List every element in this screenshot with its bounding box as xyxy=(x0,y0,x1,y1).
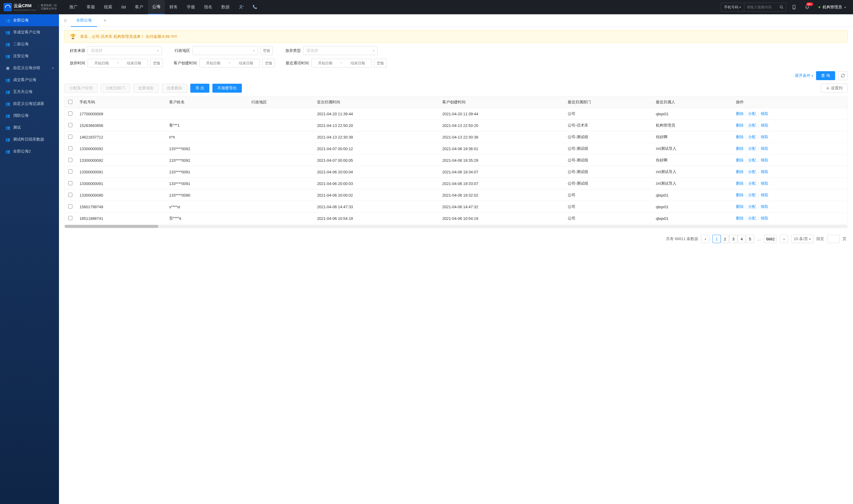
table-row[interactable]: 13300000091133****00912021-04-06 20:00:0… xyxy=(65,166,847,178)
row-assign[interactable]: 分配 xyxy=(748,216,756,221)
mobile-icon[interactable] xyxy=(789,2,799,13)
page-1[interactable]: 1 xyxy=(712,235,721,243)
top-nav-IM[interactable]: IM xyxy=(117,0,130,14)
create-start[interactable] xyxy=(200,61,227,65)
create-empty-btn[interactable]: 空值 xyxy=(262,59,275,68)
sidebar-item-测试昨日回库数据[interactable]: 👥测试昨日回库数据 xyxy=(0,133,59,145)
assign-manager-button[interactable]: 分配客户经理 xyxy=(64,84,98,93)
sidebar-item-五月天公海[interactable]: 👥五月天公海 xyxy=(0,86,59,98)
row-claim[interactable]: 领取 xyxy=(761,134,768,140)
row-claim[interactable]: 领取 xyxy=(761,169,768,175)
friend-source-select[interactable]: 请选择▾ xyxy=(88,46,162,55)
row-claim[interactable]: 领取 xyxy=(761,111,768,116)
abandon-empty-btn[interactable]: 空值 xyxy=(150,59,163,68)
sidebar-item-测试[interactable]: 👥测试 xyxy=(0,122,59,133)
top-nav-数据[interactable]: 数据 xyxy=(217,0,234,14)
row-checkbox[interactable] xyxy=(68,158,72,162)
row-assign[interactable]: 分配 xyxy=(748,181,756,186)
row-claim[interactable]: 领取 xyxy=(761,181,768,186)
row-assign[interactable]: 分配 xyxy=(748,204,756,210)
lastcall-end[interactable] xyxy=(344,61,371,65)
row-delete[interactable]: 删除 xyxy=(736,169,744,175)
bell-icon[interactable]: 99+ xyxy=(802,2,813,13)
sidebar-item-消防公海[interactable]: 👥消防公海 xyxy=(0,110,59,122)
logo[interactable]: 云朵CRM www.yunduocrm.com 教育机构一站式服务云平台 xyxy=(4,3,60,11)
row-assign[interactable]: 分配 xyxy=(748,193,756,198)
lastcall-start[interactable] xyxy=(311,61,339,65)
row-delete[interactable]: 删除 xyxy=(736,111,744,116)
table-row[interactable]: 13300000092133****00922021-04-07 00:00:0… xyxy=(65,155,847,166)
row-delete[interactable]: 删除 xyxy=(736,216,744,221)
table-row[interactable]: 15263663656客***12021-04-13 22:50:202021-… xyxy=(65,120,847,131)
row-delete[interactable]: 删除 xyxy=(736,134,744,140)
row-delete[interactable]: 删除 xyxy=(736,193,744,198)
refresh-icon[interactable] xyxy=(838,71,848,80)
horizontal-scrollbar[interactable] xyxy=(65,225,847,228)
row-delete[interactable]: 删除 xyxy=(736,158,744,163)
sidebar-item-非成交客户公海[interactable]: 👥非成交客户公海 xyxy=(0,26,59,38)
table-row[interactable]: 14621837712h*h2021-04-13 22:30:392021-04… xyxy=(65,131,847,143)
tabs-toggle-icon[interactable] xyxy=(61,16,70,25)
top-nav-客服[interactable]: 客服 xyxy=(83,0,99,14)
assign-dept-button[interactable]: 分配到部门 xyxy=(101,84,130,93)
top-nav-财务[interactable]: 财务 xyxy=(165,0,182,14)
row-checkbox[interactable] xyxy=(68,181,72,185)
jump-input[interactable] xyxy=(827,235,840,243)
row-claim[interactable]: 领取 xyxy=(761,204,768,210)
phone-icon[interactable] xyxy=(249,2,260,13)
page-4[interactable]: 4 xyxy=(738,235,746,243)
select-all-checkbox[interactable] xyxy=(68,100,72,104)
export-plain-button[interactable]: 不加密导出 xyxy=(212,84,242,93)
top-nav-线索[interactable]: 线索 xyxy=(100,0,116,14)
table-row[interactable]: 13300000091133****00912021-04-06 20:00:0… xyxy=(65,178,847,190)
top-nav-推广[interactable]: 推广 xyxy=(65,0,82,14)
table-row[interactable]: 13300000092133****00922021-04-07 00:00:1… xyxy=(65,143,847,155)
row-claim[interactable]: 领取 xyxy=(761,158,768,163)
top-nav-报名[interactable]: 报名 xyxy=(200,0,217,14)
create-time-range[interactable]: ~ xyxy=(199,59,260,68)
abandon-start[interactable] xyxy=(88,61,115,65)
create-end[interactable] xyxy=(232,61,260,65)
abandon-end[interactable] xyxy=(120,61,148,65)
sidebar-item-全部公海[interactable]: 👥全部公海 xyxy=(0,14,59,26)
abandon-type-select[interactable]: 请选择▾ xyxy=(303,46,378,55)
top-nav-客户[interactable]: 客户 xyxy=(131,0,147,14)
batch-claim-button[interactable]: 批量领取 xyxy=(133,84,159,93)
row-delete[interactable]: 删除 xyxy=(736,204,744,210)
table-row[interactable]: 18511888741安****a2021-04-06 10:54:192021… xyxy=(65,213,847,224)
row-assign[interactable]: 分配 xyxy=(748,123,756,128)
tab-add-icon[interactable]: ＋ xyxy=(101,16,109,25)
row-assign[interactable]: 分配 xyxy=(748,146,756,151)
row-checkbox[interactable] xyxy=(68,204,72,209)
table-row[interactable]: 13300000090133****00902021-04-06 20:00:0… xyxy=(65,190,847,201)
top-nav-公海[interactable]: 公海 xyxy=(148,0,165,14)
add-user-icon[interactable] xyxy=(236,2,247,13)
top-nav-学服[interactable]: 学服 xyxy=(183,0,199,14)
page-2[interactable]: 2 xyxy=(721,235,729,243)
sidebar-item-自定义公海过滤器[interactable]: 👥自定义公海过滤器 xyxy=(0,98,59,110)
row-checkbox[interactable] xyxy=(68,169,72,174)
export-button[interactable]: 导 出 xyxy=(190,84,210,93)
search-field-select[interactable]: 手机号码▾ xyxy=(721,3,744,11)
next-page[interactable]: › xyxy=(780,235,788,243)
page-5[interactable]: 5 xyxy=(746,235,754,243)
row-delete[interactable]: 删除 xyxy=(736,123,744,128)
batch-delete-button[interactable]: 批量删除 xyxy=(162,84,187,93)
lastcall-empty-btn[interactable]: 空值 xyxy=(374,59,386,68)
row-delete[interactable]: 删除 xyxy=(736,181,744,186)
page-size-select[interactable]: 10 条/页▾ xyxy=(791,235,813,243)
row-claim[interactable]: 领取 xyxy=(761,216,768,221)
user-menu[interactable]: 机构管理员 ▾ xyxy=(815,4,849,10)
search-input[interactable] xyxy=(744,5,777,9)
tab-all-public[interactable]: 全部公海 xyxy=(71,14,97,27)
abandon-time-range[interactable]: ~ xyxy=(88,59,148,68)
row-assign[interactable]: 分配 xyxy=(748,134,756,140)
row-assign[interactable]: 分配 xyxy=(748,158,756,163)
sidebar-item-自定义公海分组[interactable]: ▣自定义公海分组▾ xyxy=(0,62,59,74)
page-3[interactable]: 3 xyxy=(729,235,738,243)
row-checkbox[interactable] xyxy=(68,146,72,150)
region-empty-btn[interactable]: 空值 xyxy=(260,46,273,55)
prev-page[interactable]: ‹ xyxy=(701,235,709,243)
row-assign[interactable]: 分配 xyxy=(748,169,756,175)
row-checkbox[interactable] xyxy=(68,216,72,220)
